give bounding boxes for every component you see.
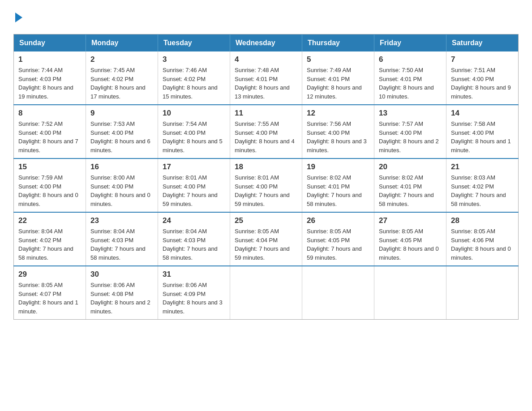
day-number: 8 xyxy=(18,109,81,118)
day-number: 3 xyxy=(163,55,225,64)
day-number: 22 xyxy=(18,216,81,225)
day-number: 16 xyxy=(90,163,153,171)
week-row-3: 15Sunrise: 7:59 AMSunset: 4:00 PMDayligh… xyxy=(14,158,519,212)
calendar-cell: 29Sunrise: 8:05 AMSunset: 4:07 PMDayligh… xyxy=(14,266,86,320)
day-info: Sunrise: 8:04 AMSunset: 4:03 PMDaylight:… xyxy=(90,227,153,262)
calendar-cell: 19Sunrise: 8:02 AMSunset: 4:01 PMDayligh… xyxy=(302,158,374,212)
calendar-cell: 21Sunrise: 8:03 AMSunset: 4:02 PMDayligh… xyxy=(446,158,519,212)
day-number: 17 xyxy=(163,163,225,171)
day-info: Sunrise: 8:02 AMSunset: 4:01 PMDaylight:… xyxy=(379,173,442,208)
day-info: Sunrise: 8:05 AMSunset: 4:06 PMDaylight:… xyxy=(451,227,514,262)
day-number: 4 xyxy=(235,55,297,64)
day-number: 25 xyxy=(235,216,297,225)
day-number: 13 xyxy=(379,109,442,118)
day-info: Sunrise: 7:55 AMSunset: 4:00 PMDaylight:… xyxy=(235,120,297,154)
day-info: Sunrise: 8:05 AMSunset: 4:04 PMDaylight:… xyxy=(235,227,297,262)
header-monday: Monday xyxy=(86,34,158,52)
day-info: Sunrise: 7:46 AMSunset: 4:02 PMDaylight:… xyxy=(163,66,225,101)
calendar-cell: 31Sunrise: 8:06 AMSunset: 4:09 PMDayligh… xyxy=(158,266,230,320)
header-friday: Friday xyxy=(374,34,446,52)
calendar-table: SundayMondayTuesdayWednesdayThursdayFrid… xyxy=(13,34,519,320)
calendar-cell: 5Sunrise: 7:49 AMSunset: 4:01 PMDaylight… xyxy=(302,51,374,105)
day-info: Sunrise: 8:05 AMSunset: 4:07 PMDaylight:… xyxy=(18,281,81,316)
day-number: 30 xyxy=(90,270,153,279)
day-number: 18 xyxy=(235,163,297,171)
calendar-cell xyxy=(374,266,446,320)
page-header xyxy=(13,13,519,25)
calendar-cell: 25Sunrise: 8:05 AMSunset: 4:04 PMDayligh… xyxy=(230,212,302,266)
day-info: Sunrise: 7:52 AMSunset: 4:00 PMDaylight:… xyxy=(18,120,81,154)
calendar-cell: 11Sunrise: 7:55 AMSunset: 4:00 PMDayligh… xyxy=(230,105,302,158)
day-info: Sunrise: 7:51 AMSunset: 4:00 PMDaylight:… xyxy=(451,66,514,101)
day-number: 12 xyxy=(307,109,369,118)
day-number: 19 xyxy=(307,163,369,171)
header-thursday: Thursday xyxy=(302,34,374,52)
day-info: Sunrise: 7:56 AMSunset: 4:00 PMDaylight:… xyxy=(307,120,369,154)
calendar-cell: 15Sunrise: 7:59 AMSunset: 4:00 PMDayligh… xyxy=(14,158,86,212)
calendar-cell: 6Sunrise: 7:50 AMSunset: 4:01 PMDaylight… xyxy=(374,51,446,105)
day-info: Sunrise: 7:58 AMSunset: 4:00 PMDaylight:… xyxy=(451,120,514,154)
day-info: Sunrise: 8:06 AMSunset: 4:08 PMDaylight:… xyxy=(90,281,153,316)
day-number: 2 xyxy=(90,55,153,64)
calendar-cell: 7Sunrise: 7:51 AMSunset: 4:00 PMDaylight… xyxy=(446,51,519,105)
logo xyxy=(13,13,22,25)
day-number: 29 xyxy=(18,270,81,279)
calendar-cell: 26Sunrise: 8:05 AMSunset: 4:05 PMDayligh… xyxy=(302,212,374,266)
calendar-cell: 16Sunrise: 8:00 AMSunset: 4:00 PMDayligh… xyxy=(86,158,158,212)
calendar-cell: 28Sunrise: 8:05 AMSunset: 4:06 PMDayligh… xyxy=(446,212,519,266)
header-saturday: Saturday xyxy=(446,34,519,52)
day-number: 14 xyxy=(451,109,514,118)
calendar-cell: 2Sunrise: 7:45 AMSunset: 4:02 PMDaylight… xyxy=(86,51,158,105)
calendar-cell: 8Sunrise: 7:52 AMSunset: 4:00 PMDaylight… xyxy=(14,105,86,158)
week-row-4: 22Sunrise: 8:04 AMSunset: 4:02 PMDayligh… xyxy=(14,212,519,266)
calendar-cell xyxy=(230,266,302,320)
day-info: Sunrise: 7:44 AMSunset: 4:03 PMDaylight:… xyxy=(18,66,81,101)
calendar-cell: 24Sunrise: 8:04 AMSunset: 4:03 PMDayligh… xyxy=(158,212,230,266)
day-number: 10 xyxy=(163,109,225,118)
calendar-cell: 14Sunrise: 7:58 AMSunset: 4:00 PMDayligh… xyxy=(446,105,519,158)
day-info: Sunrise: 8:04 AMSunset: 4:03 PMDaylight:… xyxy=(163,227,225,262)
day-info: Sunrise: 7:54 AMSunset: 4:00 PMDaylight:… xyxy=(163,120,225,154)
calendar-cell xyxy=(446,266,519,320)
header-sunday: Sunday xyxy=(14,34,86,52)
day-info: Sunrise: 7:53 AMSunset: 4:00 PMDaylight:… xyxy=(90,120,153,154)
day-info: Sunrise: 8:05 AMSunset: 4:05 PMDaylight:… xyxy=(379,227,442,262)
calendar-cell: 1Sunrise: 7:44 AMSunset: 4:03 PMDaylight… xyxy=(14,51,86,105)
calendar-cell: 10Sunrise: 7:54 AMSunset: 4:00 PMDayligh… xyxy=(158,105,230,158)
week-row-2: 8Sunrise: 7:52 AMSunset: 4:00 PMDaylight… xyxy=(14,105,519,158)
day-number: 24 xyxy=(163,216,225,225)
day-info: Sunrise: 8:03 AMSunset: 4:02 PMDaylight:… xyxy=(451,173,514,208)
calendar-cell: 27Sunrise: 8:05 AMSunset: 4:05 PMDayligh… xyxy=(374,212,446,266)
header-tuesday: Tuesday xyxy=(158,34,230,52)
calendar-cell: 9Sunrise: 7:53 AMSunset: 4:00 PMDaylight… xyxy=(86,105,158,158)
calendar-cell: 20Sunrise: 8:02 AMSunset: 4:01 PMDayligh… xyxy=(374,158,446,212)
calendar-cell: 22Sunrise: 8:04 AMSunset: 4:02 PMDayligh… xyxy=(14,212,86,266)
day-info: Sunrise: 7:50 AMSunset: 4:01 PMDaylight:… xyxy=(379,66,442,101)
day-number: 1 xyxy=(18,55,81,64)
day-number: 6 xyxy=(379,55,442,64)
calendar-header-row: SundayMondayTuesdayWednesdayThursdayFrid… xyxy=(14,34,519,52)
day-info: Sunrise: 8:00 AMSunset: 4:00 PMDaylight:… xyxy=(90,173,153,208)
day-number: 20 xyxy=(379,163,442,171)
day-number: 27 xyxy=(379,216,442,225)
day-number: 9 xyxy=(90,109,153,118)
day-info: Sunrise: 8:06 AMSunset: 4:09 PMDaylight:… xyxy=(163,281,225,316)
day-info: Sunrise: 8:05 AMSunset: 4:05 PMDaylight:… xyxy=(307,227,369,262)
day-number: 5 xyxy=(307,55,369,64)
day-number: 23 xyxy=(90,216,153,225)
day-info: Sunrise: 8:02 AMSunset: 4:01 PMDaylight:… xyxy=(307,173,369,208)
day-info: Sunrise: 7:59 AMSunset: 4:00 PMDaylight:… xyxy=(18,173,81,208)
calendar-cell: 30Sunrise: 8:06 AMSunset: 4:08 PMDayligh… xyxy=(86,266,158,320)
day-info: Sunrise: 8:01 AMSunset: 4:00 PMDaylight:… xyxy=(163,173,225,208)
calendar-cell: 23Sunrise: 8:04 AMSunset: 4:03 PMDayligh… xyxy=(86,212,158,266)
day-info: Sunrise: 7:48 AMSunset: 4:01 PMDaylight:… xyxy=(235,66,297,101)
day-number: 31 xyxy=(163,270,225,279)
calendar-cell: 18Sunrise: 8:01 AMSunset: 4:00 PMDayligh… xyxy=(230,158,302,212)
day-number: 28 xyxy=(451,216,514,225)
day-info: Sunrise: 7:57 AMSunset: 4:00 PMDaylight:… xyxy=(379,120,442,154)
day-info: Sunrise: 7:49 AMSunset: 4:01 PMDaylight:… xyxy=(307,66,369,101)
calendar-cell: 12Sunrise: 7:56 AMSunset: 4:00 PMDayligh… xyxy=(302,105,374,158)
week-row-5: 29Sunrise: 8:05 AMSunset: 4:07 PMDayligh… xyxy=(14,266,519,320)
calendar-cell: 13Sunrise: 7:57 AMSunset: 4:00 PMDayligh… xyxy=(374,105,446,158)
week-row-1: 1Sunrise: 7:44 AMSunset: 4:03 PMDaylight… xyxy=(14,51,519,105)
